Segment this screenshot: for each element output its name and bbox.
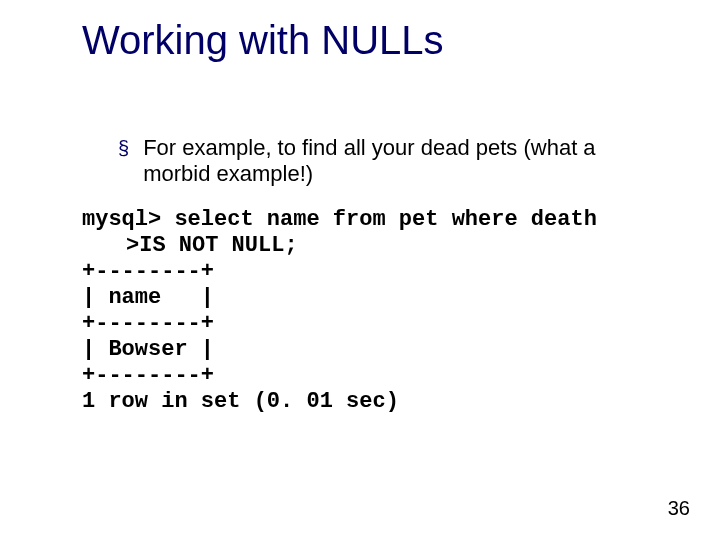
code-line: +--------+ [82,259,214,284]
page-number: 36 [668,497,690,520]
slide-title: Working with NULLs [82,18,444,63]
bullet-item: § For example, to find all your dead pet… [118,135,660,187]
slide-body: § For example, to find all your dead pet… [82,135,660,415]
code-line: mysql> select name from pet where death [82,207,597,232]
code-line: +--------+ [82,311,214,336]
code-line: +--------+ [82,363,214,388]
bullet-icon: § [118,135,129,161]
code-line: | Bowser | [82,337,214,362]
code-block: mysql> select name from pet where death … [82,207,660,415]
bullet-text: For example, to find all your dead pets … [143,135,660,187]
code-line: >IS NOT NULL; [126,233,298,258]
code-line: 1 row in set (0. 01 sec) [82,389,399,414]
slide: Working with NULLs § For example, to fin… [0,0,720,540]
code-line: | name | [82,285,214,310]
